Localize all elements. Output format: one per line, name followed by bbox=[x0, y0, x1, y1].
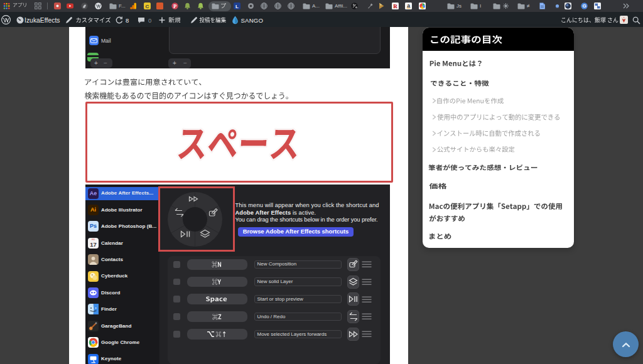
svg-text:P: P bbox=[173, 3, 176, 9]
svg-text:G: G bbox=[582, 3, 586, 9]
svg-text:R: R bbox=[393, 3, 397, 9]
svg-text:FRI: FRI bbox=[92, 238, 95, 241]
svg-text:L: L bbox=[235, 4, 239, 9]
svg-text:C: C bbox=[146, 4, 149, 9]
svg-text:17: 17 bbox=[90, 240, 97, 247]
